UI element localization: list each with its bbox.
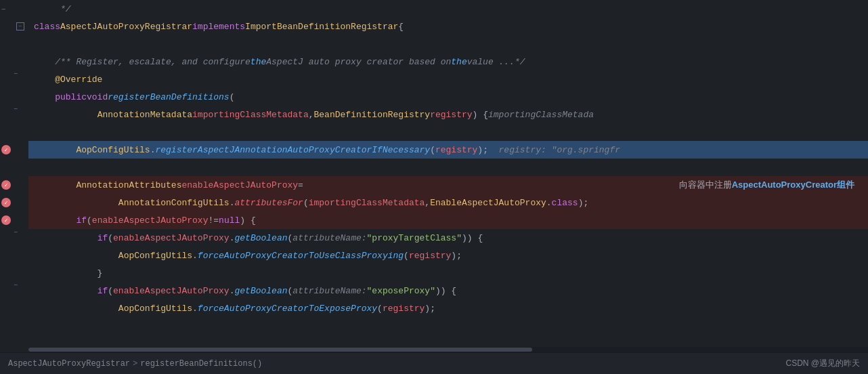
code-var: enableAspectJAutoProxy [181,180,298,190]
code-line-highlighted: AopConfigUtils . registerAspectJAnnotati… [28,141,868,159]
code-hint: attributeName: [292,233,366,243]
code-text: ); [425,304,435,314]
code-text: ( [430,145,435,155]
horizontal-scrollbar[interactable] [28,347,868,352]
code-hint: registry: "org.springfr [488,145,620,155]
code-text: ) { [473,110,488,120]
code-string: "proxyTargetClass" [367,233,462,243]
code-class: AopConfigUtils [118,304,192,314]
code-type: AnnotationMetadata [97,110,192,120]
code-text: ( [288,286,293,296]
code-class: EnableAspectJAutoProxy [430,198,546,208]
code-text: . [230,198,235,208]
code-param: importingClassMetadata [309,198,425,208]
code-line: AnnotationMetadata importingClassMetadat… [28,106,868,123]
code-text: != [208,215,219,226]
code-var: enableAspectJAutoProxy [113,286,230,296]
code-param: registry [435,145,477,155]
code-text: ( [377,304,383,314]
code-text: ( [404,251,409,261]
code-line: AopConfigUtils . forceAutoProxyCreatorTo… [28,299,868,317]
breadcrumb-method: registerBeanDefinitions() [140,359,262,369]
fold-if[interactable]: − [14,229,18,236]
code-hint: attributeName: [292,286,366,296]
code-line-dark: AnnotationAttributes enableAspectJAutoPr… [28,176,868,194]
code-line: /** Register, escalate, and configure th… [28,53,868,70]
code-text [34,304,118,314]
code-line: AopConfigUtils . forceAutoProxyCreatorTo… [28,247,868,264]
code-keyword: class [552,198,578,208]
code-keyword: if [97,286,108,296]
code-annotation-override: @Override [34,75,102,85]
fold-if-2[interactable]: − [14,282,18,289]
code-text: ) { [240,215,255,226]
code-keyword: if [97,233,108,243]
code-param: registry [383,304,425,314]
code-text-the: the [251,57,266,67]
code-text [34,251,118,261]
code-param: importingClassMetadata [192,110,309,120]
code-method: registerAspectJAnnotationAutoProxyCreato… [155,145,430,155]
editor: − − ✓ ✓ ✓ ✓ − − − − */ [0,0,868,352]
code-param: registry [430,110,472,120]
code-type: AnnotationAttributes [76,180,181,190]
code-text [34,215,76,226]
code-line [28,123,868,141]
code-line: if ( enableAspectJAutoProxy . getBoolean… [28,229,868,247]
code-keyword: if [76,215,87,226]
code-text: . [230,286,235,296]
code-line-dark-3: if ( enableAspectJAutoProxy != null ) { [28,211,868,229]
fold-button[interactable]: − [16,22,24,30]
code-interface: ImportBeanDefinitionRegistrar [245,22,398,32]
code-text: . [150,145,156,155]
code-text: ( [230,92,235,102]
breakpoint-3[interactable]: ✓ [1,198,11,207]
code-method-italic: attributesFor [234,198,303,208]
code-area: */ class AspectJAutoProxyRegistrar imple… [28,0,868,352]
breakpoint-2[interactable]: ✓ [1,180,11,190]
scrollbar-thumb[interactable] [28,348,532,352]
breakpoint-4[interactable]: ✓ [1,215,11,225]
code-keyword: public [34,92,87,102]
code-text [34,110,97,120]
code-method: forceAutoProxyCreatorToExposeProxy [198,304,377,314]
code-text: ( [303,198,309,208]
code-var: enableAspectJAutoProxy [92,215,209,226]
code-text: )) { [435,286,456,296]
code-line [28,35,868,53]
code-text [34,145,76,155]
code-keyword: void [87,92,108,102]
code-class: AopConfigUtils [118,251,192,261]
code-line: class AspectJAutoProxyRegistrar implemen… [28,18,868,35]
breakpoint[interactable]: ✓ [1,145,11,154]
code-comment: /** Register, escalate, and configure [34,57,251,67]
code-text: } [34,268,102,278]
code-text: )) { [462,233,483,243]
code-text: , [309,110,314,120]
code-method: getBoolean [235,233,288,243]
code-line: } [28,264,868,282]
code-method: registerBeanDefinitions [108,92,229,102]
code-text [34,233,97,243]
code-line: if ( enableAspectJAutoProxy . getBoolean… [28,282,868,299]
code-keyword: implements [192,22,245,32]
code-classname: AspectJAutoProxyRegistrar [60,22,192,32]
code-hint: importingClassMetada [488,110,594,120]
fold-method[interactable]: − [14,106,18,113]
code-line [28,159,868,176]
code-text: { [398,22,404,32]
code-text: ( [288,233,293,243]
code-line: */ [28,0,868,18]
code-text: , [425,198,430,208]
code-line: @Override [28,70,868,88]
code-class: AopConfigUtils [76,145,150,155]
code-text [34,286,97,296]
gutter: − − ✓ ✓ ✓ ✓ − − − − [0,0,28,352]
code-comment: AspectJ auto proxy creator based on [266,57,451,67]
code-text: . [230,233,235,243]
fold-comment[interactable]: − [14,70,18,78]
status-bar: AspectJAutoProxyRegistrar > registerBean… [0,352,868,374]
code-keyword: null [219,215,240,226]
code-text: ( [108,233,113,243]
code-text: ( [87,215,92,226]
